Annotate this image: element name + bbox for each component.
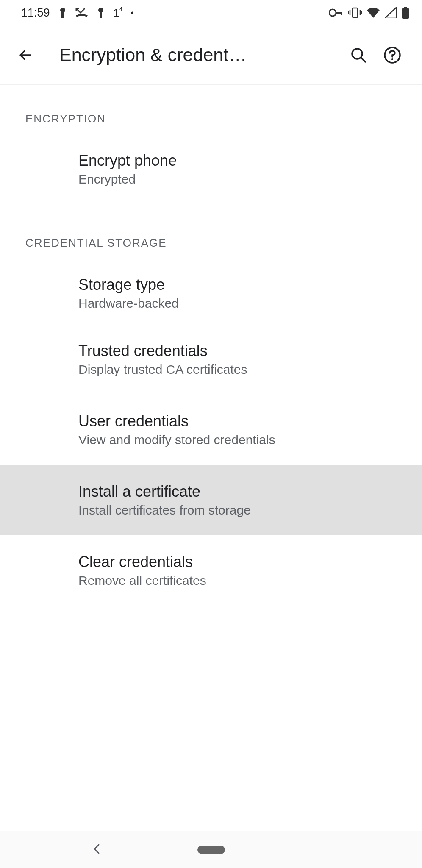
status-bar-left: 11:59 14 • xyxy=(21,6,134,19)
section-header-encryption: ENCRYPTION xyxy=(0,89,422,138)
key-icon-2 xyxy=(97,7,105,19)
item-title: Storage type xyxy=(78,276,397,294)
trusted-credentials-item[interactable]: Trusted credentials Display trusted CA c… xyxy=(0,324,422,395)
page-title: Encryption & credent… xyxy=(59,45,341,65)
encrypt-phone-item[interactable]: Encrypt phone Encrypted xyxy=(0,138,422,200)
item-title: Trusted credentials xyxy=(78,342,397,360)
navigation-bar xyxy=(0,831,422,868)
svg-point-17 xyxy=(391,58,393,60)
item-subtitle: Hardware-backed xyxy=(78,296,397,311)
number-one-icon: 14 xyxy=(114,6,122,19)
status-bar-right xyxy=(329,7,409,19)
help-icon xyxy=(383,46,402,64)
missed-call-icon xyxy=(75,8,88,18)
svg-line-15 xyxy=(361,58,365,62)
search-button[interactable] xyxy=(341,38,375,72)
item-subtitle: Display trusted CA certificates xyxy=(78,362,397,377)
svg-rect-12 xyxy=(404,7,407,8)
svg-rect-7 xyxy=(353,8,358,17)
vpn-key-icon xyxy=(329,8,343,17)
status-bar: 11:59 14 • xyxy=(0,0,422,25)
storage-type-item[interactable]: Storage type Hardware-backed xyxy=(0,262,422,324)
arrow-back-icon xyxy=(17,47,34,64)
vibrate-icon xyxy=(348,7,362,18)
item-subtitle: Encrypted xyxy=(78,172,397,186)
dot-icon: • xyxy=(131,8,134,18)
nav-back-button[interactable] xyxy=(91,843,101,857)
chevron-left-icon xyxy=(91,843,101,855)
section-header-credential-storage: CREDENTIAL STORAGE xyxy=(0,213,422,262)
user-credentials-item[interactable]: User credentials View and modify stored … xyxy=(0,395,422,465)
item-title: Encrypt phone xyxy=(78,152,397,170)
svg-rect-3 xyxy=(100,12,102,18)
status-clock: 11:59 xyxy=(21,6,50,19)
svg-rect-13 xyxy=(402,8,409,19)
item-title: Clear credentials xyxy=(78,553,397,571)
item-subtitle: Remove all certificates xyxy=(78,573,397,588)
svg-point-4 xyxy=(329,9,336,16)
help-button[interactable] xyxy=(375,38,409,72)
svg-rect-1 xyxy=(61,12,64,18)
svg-rect-6 xyxy=(341,12,342,15)
app-header: Encryption & credent… xyxy=(0,25,422,85)
nav-home-pill[interactable] xyxy=(197,846,225,854)
install-certificate-item[interactable]: Install a certificate Install certificat… xyxy=(0,465,422,535)
item-subtitle: Install certificates from storage xyxy=(78,503,397,517)
settings-content: ENCRYPTION Encrypt phone Encrypted CREDE… xyxy=(0,85,422,606)
item-subtitle: View and modify stored credentials xyxy=(78,433,397,447)
key-icon xyxy=(58,7,67,19)
battery-icon xyxy=(402,7,409,19)
clear-credentials-item[interactable]: Clear credentials Remove all certificate… xyxy=(0,535,422,606)
item-title: Install a certificate xyxy=(78,483,397,501)
item-title: User credentials xyxy=(78,412,397,430)
wifi-icon xyxy=(367,8,380,18)
back-button[interactable] xyxy=(13,42,38,68)
cell-signal-icon xyxy=(385,7,397,18)
search-icon xyxy=(350,46,367,64)
